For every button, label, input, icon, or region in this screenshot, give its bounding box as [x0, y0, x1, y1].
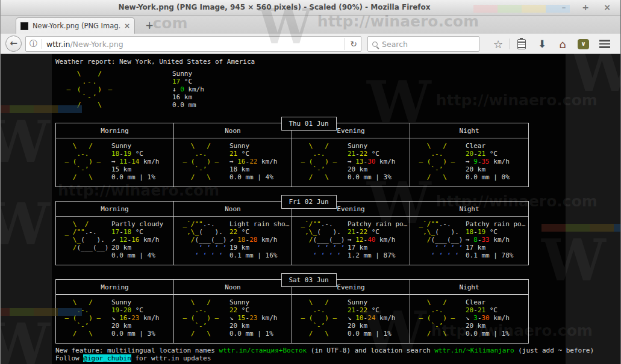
page-favicon	[20, 22, 28, 30]
search-placeholder: Search	[382, 40, 408, 49]
column-header: Noon	[174, 280, 292, 295]
navigation-toolbar: ← ⓘ wttr.in/New-York.png ↻ Search ☆ ⬇ ⌂ …	[1, 34, 620, 54]
forecast-text: Sunny 19-20 °C ↘ 16-23 km/h 20 km 0.0 mm…	[111, 298, 160, 338]
minimize-button[interactable]: –	[559, 2, 569, 13]
url-bar[interactable]: ⓘ wttr.in/New-York.png ↻	[25, 36, 361, 52]
browser-content: Weather report: New York, United States …	[1, 54, 620, 364]
search-input[interactable]: Search	[367, 36, 479, 52]
forecast-text: Sunny 21 °C → 16-22 km/h 18 km 0.0 mm | …	[229, 142, 278, 181]
downloads-icon[interactable]: ⬇	[532, 38, 552, 50]
forecast-table: MorningNoonEveningNight \ / .-. ― ( ) ― …	[55, 279, 529, 344]
forecast-cell: \ / .-. ― ( ) ― `-’ / \Sunny 19-20 °C ↘ …	[56, 295, 174, 343]
forecast-day: Thu 01 JunMorningNoonEveningNight \ / .-…	[52, 117, 566, 187]
forecast-text: Sunny 18-19 °C → 11-14 km/h 15 km 0.0 mm…	[111, 142, 160, 181]
column-header: Night	[410, 280, 528, 295]
sun-weather-icon: \ / .-. ― ( ) ― `-’ / \	[410, 298, 466, 338]
forecast-cell: _`/"".-. ,\_( ). /(___(__) ‘ ‘ ‘ ‘ ‘ ‘ ‘…	[410, 217, 528, 265]
column-header: Noon	[174, 123, 292, 138]
footer-line-1: New feature: multilingual location names…	[55, 347, 594, 354]
maximize-button[interactable]: +	[581, 2, 590, 13]
sun-weather-icon: \ / .-. ― ( ) ― `-’ / \	[292, 142, 348, 181]
bookmark-star-icon[interactable]: ☆	[488, 38, 508, 51]
forecast-cell: \ / .-. ― ( ) ― `-’ / \Sunny 21-22 °C ↘ …	[292, 295, 410, 343]
url-separator	[42, 39, 42, 49]
column-header: Night	[410, 202, 528, 217]
weather-image[interactable]: Weather report: New York, United States …	[52, 54, 566, 364]
current-conditions: \ / .-. ― ( ) ― `-’ / \ Sunny 17 °C ↓ 0 …	[52, 70, 566, 109]
home-icon[interactable]: ⌂	[552, 38, 573, 51]
date-label: Thu 01 Jun	[281, 117, 337, 131]
forecast-cell: \ / .-. ― ( ) ― `-’ / \Clear 20-21 °C → …	[410, 138, 528, 187]
column-header: Noon	[174, 202, 292, 217]
forecast-table: MorningNoonEveningNight \ / _ /"".-. \_(…	[55, 201, 529, 265]
sun-weather-icon: \ / .-. ― ( ) ― `-’ / \	[174, 298, 229, 338]
sun-weather-icon: \ / .-. ― ( ) ― `-’ / \	[56, 298, 111, 338]
date-label: Sat 03 Jun	[281, 273, 337, 287]
forecast-tables: Thu 01 JunMorningNoonEveningNight \ / .-…	[52, 117, 566, 344]
column-header: Morning	[56, 123, 174, 138]
forecast-text: Patchy rain po… 21-22 °C → 12-40 km/h 17…	[348, 220, 407, 259]
page-footer: New feature: multilingual location names…	[55, 347, 594, 362]
close-button[interactable]: ×	[602, 2, 612, 13]
tab-strip: New-York.png (PNG Imag... × +	[1, 16, 620, 34]
sun-weather-icon: \ / .-. ― ( ) ― `-’ / \	[410, 142, 466, 181]
rain-weather-icon: _`/"".-. ,\_( ). /(___(__) ‘ ‘ ‘ ‘ ‘ ‘ ‘…	[292, 220, 348, 259]
back-button[interactable]: ←	[5, 35, 22, 52]
url-path: /New-York.png	[70, 40, 123, 49]
column-header: Night	[410, 123, 528, 138]
forecast-text: Partly cloudy 17-18 °C ↗ 12-16 km/h 20 k…	[111, 220, 163, 259]
window-title: New-York.png (PNG Image, 945 × 560 pixel…	[1, 3, 548, 11]
window-titlebar[interactable]: New-York.png (PNG Image, 945 × 560 pixel…	[1, 0, 620, 16]
forecast-text: Sunny 22 °C ↘ 15-23 km/h 20 km 0.0 mm | …	[229, 298, 278, 338]
search-icon	[372, 42, 378, 47]
pocket-icon[interactable]: ∨	[578, 39, 589, 49]
rain-weather-icon: _`/"".-. ,\_( ). /(___(__) ‘ ‘ ‘ ‘ ‘ ‘ ‘…	[410, 220, 466, 259]
url-host: wttr.in	[46, 40, 70, 49]
forecast-day: Fri 02 JunMorningNoonEveningNight \ / _ …	[52, 195, 566, 265]
forecast-text: Patchy rain po… 18-19 °C → 8-33 km/h 17 …	[466, 220, 525, 259]
sun-weather-icon: \ / .-. ― ( ) ― `-’ / \	[292, 298, 348, 338]
menu-hamburger-icon[interactable]	[599, 40, 610, 48]
footer-line-2: Follow @igor_chubin for wttr.in updates	[55, 354, 594, 362]
firefox-window: New-York.png (PNG Image, 945 × 560 pixel…	[0, 0, 621, 364]
forecast-cell: _`/"".-. ,\_( ). /(___(__) ‘ ‘ ‘ ‘ ‘ ‘ ‘…	[292, 217, 410, 265]
column-header: Morning	[56, 280, 174, 295]
forecast-cell: \ / _ /"".-. \_( ). /(___(__)Partly clou…	[56, 217, 174, 265]
current-weather-icon: \ / .-. ― ( ) ― `-’ / \	[52, 70, 172, 109]
forecast-cell: _`/"".-. ,\_( ). /(___(__) ‘ ‘ ‘ ‘ ‘ ‘ ‘…	[174, 217, 292, 265]
rain-weather-icon: _`/"".-. ,\_( ). /(___(__) ‘ ‘ ‘ ‘ ‘ ‘ ‘…	[174, 220, 229, 259]
forecast-text: Sunny 21-22 °C ↘ 10-24 km/h 20 km 0.0 mm…	[348, 298, 396, 338]
forecast-text: Light rain sho… 22 °C ↗ 18-28 km/h 19 km…	[229, 220, 289, 259]
forecast-text: Sunny 21-22 °C → 13-30 km/h 20 km 0.0 mm…	[348, 142, 396, 181]
forecast-cell: \ / .-. ― ( ) ― `-’ / \Sunny 21-22 °C → …	[292, 138, 410, 187]
forecast-day: Sat 03 JunMorningNoonEveningNight \ / .-…	[52, 273, 566, 344]
forecast-cell: \ / .-. ― ( ) ― `-’ / \Sunny 22 °C ↘ 15-…	[174, 295, 292, 343]
new-tab-button[interactable]: +	[140, 19, 158, 32]
current-weather-text: Sunny 17 °C ↓ 0 km/h 16 km 0.0 mm	[172, 70, 204, 109]
forecast-cell: \ / .-. ― ( ) ― `-’ / \Sunny 21 °C → 16-…	[174, 138, 292, 187]
column-header: Morning	[56, 202, 174, 217]
forecast-text: Clear 20-21 °C ↘ 3-30 km/h 20 km 0.0 mm …	[466, 298, 510, 338]
forecast-cell: \ / .-. ― ( ) ― `-’ / \Sunny 18-19 °C → …	[56, 138, 174, 187]
forecast-cell: \ / .-. ― ( ) ― `-’ / \Clear 20-21 °C ↘ …	[410, 295, 528, 343]
pcloud-weather-icon: \ / _ /"".-. \_( ). /(___(__)	[56, 220, 111, 259]
sun-weather-icon: \ / .-. ― ( ) ― `-’ / \	[174, 142, 229, 181]
date-label: Fri 02 Jun	[281, 195, 337, 209]
tab-close-icon[interactable]: ×	[124, 22, 130, 30]
tab-new-york-png[interactable]: New-York.png (PNG Imag... ×	[16, 17, 135, 34]
reading-list-icon[interactable]	[517, 39, 526, 49]
forecast-text: Clear 20-21 °C → 9-35 km/h 20 km 0.0 mm …	[466, 142, 510, 181]
sun-weather-icon: \ / .-. ― ( ) ― `-’ / \	[56, 142, 111, 181]
page-info-icon[interactable]: ⓘ	[30, 39, 37, 49]
weather-report-header: Weather report: New York, United States …	[52, 54, 566, 66]
tab-title: New-York.png (PNG Imag...	[33, 22, 120, 30]
reload-button[interactable]: ↻	[345, 38, 357, 50]
forecast-table: MorningNoonEveningNight \ / .-. ― ( ) ― …	[55, 123, 529, 187]
